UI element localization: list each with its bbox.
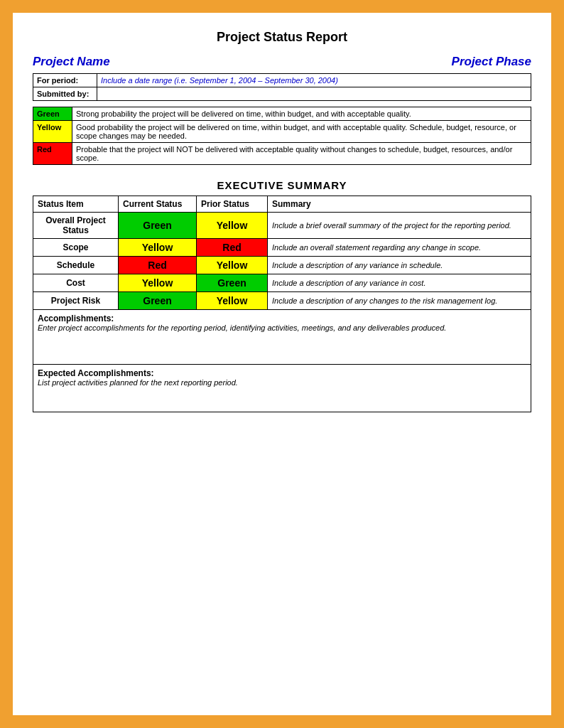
current-schedule: Red: [119, 257, 197, 274]
for-period-label: For period:: [33, 74, 97, 87]
project-name-label: Project Name: [33, 55, 110, 69]
main-title: Project Status Report: [33, 30, 531, 45]
exec-table-header: Status Item Current Status Prior Status …: [33, 196, 531, 213]
row-accomplishments: Accomplishments: Enter project accomplis…: [33, 310, 531, 365]
prior-overall: Yellow: [197, 213, 268, 239]
legend-red-desc: Probable that the project will NOT be de…: [72, 143, 531, 165]
legend-row-red: Red Probable that the project will NOT b…: [33, 143, 531, 165]
summary-scope: Include an overall statement regarding a…: [268, 239, 531, 257]
for-period-row: For period: Include a date range (i.e. S…: [33, 74, 531, 87]
current-overall: Green: [119, 213, 197, 239]
item-schedule: Schedule: [33, 257, 119, 274]
expected-text: List project activities planned for the …: [38, 378, 526, 387]
legend-row-yellow: Yellow Good probability the project will…: [33, 121, 531, 143]
prior-project-risk: Yellow: [197, 292, 268, 310]
exec-table: Status Item Current Status Prior Status …: [33, 196, 531, 412]
info-table: For period: Include a date range (i.e. S…: [33, 73, 531, 101]
accomplishments-section: Accomplishments: Enter project accomplis…: [33, 310, 531, 365]
submitted-by-label: Submitted by:: [33, 87, 97, 101]
project-header: Project Name Project Phase: [33, 55, 531, 69]
legend-table: Green Strong probability the project wil…: [33, 107, 531, 165]
submitted-by-row: Submitted by:: [33, 87, 531, 101]
project-phase-label: Project Phase: [452, 55, 531, 69]
for-period-value: Include a date range (i.e. September 1, …: [97, 74, 531, 87]
col-header-current: Current Status: [119, 196, 197, 213]
col-header-summary: Summary: [268, 196, 531, 213]
row-expected-accomplishments: Expected Accomplishments: List project a…: [33, 365, 531, 412]
row-overall-project-status: Overall ProjectStatus Green Yellow Inclu…: [33, 213, 531, 239]
current-scope: Yellow: [119, 239, 197, 257]
item-overall: Overall ProjectStatus: [33, 213, 119, 239]
page: Project Status Report Project Name Proje…: [13, 13, 551, 715]
current-project-risk: Green: [119, 292, 197, 310]
item-project-risk: Project Risk: [33, 292, 119, 310]
legend-green-label: Green: [33, 107, 72, 121]
expected-label: Expected Accomplishments:: [38, 368, 526, 378]
prior-schedule: Yellow: [197, 257, 268, 274]
prior-scope: Red: [197, 239, 268, 257]
legend-yellow-label: Yellow: [33, 121, 72, 143]
submitted-by-value: [97, 87, 531, 101]
row-schedule: Schedule Red Yellow Include a descriptio…: [33, 257, 531, 274]
item-cost: Cost: [33, 274, 119, 292]
row-cost: Cost Yellow Green Include a description …: [33, 274, 531, 292]
exec-summary-title: EXECUTIVE SUMMARY: [33, 179, 531, 191]
col-header-status-item: Status Item: [33, 196, 119, 213]
legend-red-label: Red: [33, 143, 72, 165]
legend-green-desc: Strong probability the project will be d…: [72, 107, 531, 121]
col-header-prior: Prior Status: [197, 196, 268, 213]
legend-row-green: Green Strong probability the project wil…: [33, 107, 531, 121]
summary-overall: Include a brief overall summary of the p…: [268, 213, 531, 239]
row-scope: Scope Yellow Red Include an overall stat…: [33, 239, 531, 257]
summary-cost: Include a description of any variance in…: [268, 274, 531, 292]
prior-cost: Green: [197, 274, 268, 292]
summary-project-risk: Include a description of any changes to …: [268, 292, 531, 310]
expected-section: Expected Accomplishments: List project a…: [33, 365, 531, 412]
accomplishments-text: Enter project accomplishments for the re…: [38, 323, 526, 332]
item-scope: Scope: [33, 239, 119, 257]
accomplishments-label: Accomplishments:: [38, 314, 526, 323]
summary-schedule: Include a description of any variance in…: [268, 257, 531, 274]
current-cost: Yellow: [119, 274, 197, 292]
row-project-risk: Project Risk Green Yellow Include a desc…: [33, 292, 531, 310]
legend-yellow-desc: Good probability the project will be del…: [72, 121, 531, 143]
